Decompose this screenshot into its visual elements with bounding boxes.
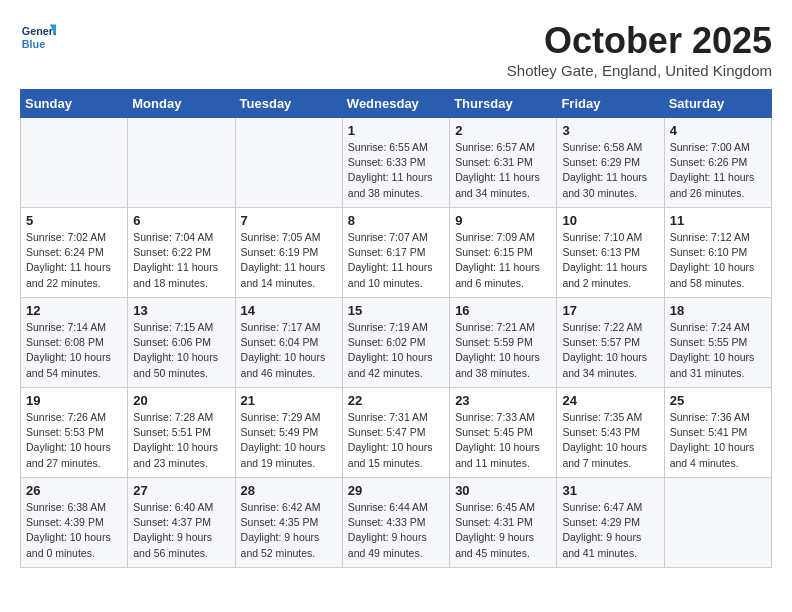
day-number: 27 — [133, 483, 229, 498]
location-subtitle: Shotley Gate, England, United Kingdom — [507, 62, 772, 79]
day-number: 3 — [562, 123, 658, 138]
calendar-cell: 11Sunrise: 7:12 AM Sunset: 6:10 PM Dayli… — [664, 208, 771, 298]
day-number: 16 — [455, 303, 551, 318]
calendar-cell: 29Sunrise: 6:44 AM Sunset: 4:33 PM Dayli… — [342, 478, 449, 568]
day-info: Sunrise: 7:15 AM Sunset: 6:06 PM Dayligh… — [133, 320, 229, 381]
calendar-cell — [21, 118, 128, 208]
day-header-thursday: Thursday — [450, 90, 557, 118]
day-number: 5 — [26, 213, 122, 228]
day-info: Sunrise: 7:00 AM Sunset: 6:26 PM Dayligh… — [670, 140, 766, 201]
calendar-cell: 16Sunrise: 7:21 AM Sunset: 5:59 PM Dayli… — [450, 298, 557, 388]
day-info: Sunrise: 6:40 AM Sunset: 4:37 PM Dayligh… — [133, 500, 229, 561]
day-info: Sunrise: 7:22 AM Sunset: 5:57 PM Dayligh… — [562, 320, 658, 381]
day-info: Sunrise: 7:33 AM Sunset: 5:45 PM Dayligh… — [455, 410, 551, 471]
day-number: 19 — [26, 393, 122, 408]
day-info: Sunrise: 7:17 AM Sunset: 6:04 PM Dayligh… — [241, 320, 337, 381]
day-number: 9 — [455, 213, 551, 228]
calendar-week-row: 5Sunrise: 7:02 AM Sunset: 6:24 PM Daylig… — [21, 208, 772, 298]
day-number: 28 — [241, 483, 337, 498]
day-info: Sunrise: 6:44 AM Sunset: 4:33 PM Dayligh… — [348, 500, 444, 561]
day-info: Sunrise: 7:02 AM Sunset: 6:24 PM Dayligh… — [26, 230, 122, 291]
day-info: Sunrise: 7:21 AM Sunset: 5:59 PM Dayligh… — [455, 320, 551, 381]
day-number: 17 — [562, 303, 658, 318]
calendar-cell: 10Sunrise: 7:10 AM Sunset: 6:13 PM Dayli… — [557, 208, 664, 298]
day-info: Sunrise: 7:09 AM Sunset: 6:15 PM Dayligh… — [455, 230, 551, 291]
day-number: 4 — [670, 123, 766, 138]
calendar-cell: 27Sunrise: 6:40 AM Sunset: 4:37 PM Dayli… — [128, 478, 235, 568]
calendar-cell: 9Sunrise: 7:09 AM Sunset: 6:15 PM Daylig… — [450, 208, 557, 298]
calendar-cell: 3Sunrise: 6:58 AM Sunset: 6:29 PM Daylig… — [557, 118, 664, 208]
day-header-wednesday: Wednesday — [342, 90, 449, 118]
day-number: 6 — [133, 213, 229, 228]
calendar-cell: 7Sunrise: 7:05 AM Sunset: 6:19 PM Daylig… — [235, 208, 342, 298]
calendar-week-row: 19Sunrise: 7:26 AM Sunset: 5:53 PM Dayli… — [21, 388, 772, 478]
svg-text:Blue: Blue — [22, 38, 45, 50]
day-number: 20 — [133, 393, 229, 408]
day-info: Sunrise: 7:05 AM Sunset: 6:19 PM Dayligh… — [241, 230, 337, 291]
day-number: 29 — [348, 483, 444, 498]
day-number: 26 — [26, 483, 122, 498]
day-header-monday: Monday — [128, 90, 235, 118]
day-info: Sunrise: 7:04 AM Sunset: 6:22 PM Dayligh… — [133, 230, 229, 291]
day-number: 22 — [348, 393, 444, 408]
day-header-sunday: Sunday — [21, 90, 128, 118]
calendar-cell: 31Sunrise: 6:47 AM Sunset: 4:29 PM Dayli… — [557, 478, 664, 568]
day-info: Sunrise: 7:28 AM Sunset: 5:51 PM Dayligh… — [133, 410, 229, 471]
day-info: Sunrise: 7:31 AM Sunset: 5:47 PM Dayligh… — [348, 410, 444, 471]
day-number: 30 — [455, 483, 551, 498]
calendar-cell: 22Sunrise: 7:31 AM Sunset: 5:47 PM Dayli… — [342, 388, 449, 478]
day-info: Sunrise: 6:58 AM Sunset: 6:29 PM Dayligh… — [562, 140, 658, 201]
day-number: 2 — [455, 123, 551, 138]
calendar-cell: 14Sunrise: 7:17 AM Sunset: 6:04 PM Dayli… — [235, 298, 342, 388]
day-number: 7 — [241, 213, 337, 228]
calendar-cell: 5Sunrise: 7:02 AM Sunset: 6:24 PM Daylig… — [21, 208, 128, 298]
page-header: General Blue October 2025 Shotley Gate, … — [20, 20, 772, 79]
day-number: 15 — [348, 303, 444, 318]
calendar-cell: 17Sunrise: 7:22 AM Sunset: 5:57 PM Dayli… — [557, 298, 664, 388]
calendar-week-row: 26Sunrise: 6:38 AM Sunset: 4:39 PM Dayli… — [21, 478, 772, 568]
calendar-cell: 20Sunrise: 7:28 AM Sunset: 5:51 PM Dayli… — [128, 388, 235, 478]
day-info: Sunrise: 6:45 AM Sunset: 4:31 PM Dayligh… — [455, 500, 551, 561]
day-number: 1 — [348, 123, 444, 138]
day-number: 10 — [562, 213, 658, 228]
title-block: October 2025 Shotley Gate, England, Unit… — [507, 20, 772, 79]
day-info: Sunrise: 7:26 AM Sunset: 5:53 PM Dayligh… — [26, 410, 122, 471]
day-number: 24 — [562, 393, 658, 408]
day-number: 18 — [670, 303, 766, 318]
day-info: Sunrise: 7:24 AM Sunset: 5:55 PM Dayligh… — [670, 320, 766, 381]
day-info: Sunrise: 7:19 AM Sunset: 6:02 PM Dayligh… — [348, 320, 444, 381]
calendar-cell — [235, 118, 342, 208]
svg-text:General: General — [22, 25, 56, 37]
day-info: Sunrise: 6:42 AM Sunset: 4:35 PM Dayligh… — [241, 500, 337, 561]
calendar-cell: 28Sunrise: 6:42 AM Sunset: 4:35 PM Dayli… — [235, 478, 342, 568]
calendar-cell: 30Sunrise: 6:45 AM Sunset: 4:31 PM Dayli… — [450, 478, 557, 568]
day-info: Sunrise: 7:29 AM Sunset: 5:49 PM Dayligh… — [241, 410, 337, 471]
calendar-cell: 18Sunrise: 7:24 AM Sunset: 5:55 PM Dayli… — [664, 298, 771, 388]
day-number: 21 — [241, 393, 337, 408]
logo-icon: General Blue — [20, 20, 56, 56]
day-header-friday: Friday — [557, 90, 664, 118]
days-header-row: SundayMondayTuesdayWednesdayThursdayFrid… — [21, 90, 772, 118]
day-number: 12 — [26, 303, 122, 318]
day-header-tuesday: Tuesday — [235, 90, 342, 118]
day-header-saturday: Saturday — [664, 90, 771, 118]
day-number: 8 — [348, 213, 444, 228]
calendar-cell: 2Sunrise: 6:57 AM Sunset: 6:31 PM Daylig… — [450, 118, 557, 208]
calendar-cell: 1Sunrise: 6:55 AM Sunset: 6:33 PM Daylig… — [342, 118, 449, 208]
calendar-cell: 19Sunrise: 7:26 AM Sunset: 5:53 PM Dayli… — [21, 388, 128, 478]
calendar-cell: 15Sunrise: 7:19 AM Sunset: 6:02 PM Dayli… — [342, 298, 449, 388]
calendar-cell: 25Sunrise: 7:36 AM Sunset: 5:41 PM Dayli… — [664, 388, 771, 478]
day-number: 13 — [133, 303, 229, 318]
calendar-cell: 4Sunrise: 7:00 AM Sunset: 6:26 PM Daylig… — [664, 118, 771, 208]
calendar-week-row: 12Sunrise: 7:14 AM Sunset: 6:08 PM Dayli… — [21, 298, 772, 388]
day-info: Sunrise: 7:14 AM Sunset: 6:08 PM Dayligh… — [26, 320, 122, 381]
day-info: Sunrise: 6:55 AM Sunset: 6:33 PM Dayligh… — [348, 140, 444, 201]
calendar-cell: 8Sunrise: 7:07 AM Sunset: 6:17 PM Daylig… — [342, 208, 449, 298]
calendar-cell: 21Sunrise: 7:29 AM Sunset: 5:49 PM Dayli… — [235, 388, 342, 478]
calendar-cell — [128, 118, 235, 208]
day-info: Sunrise: 7:10 AM Sunset: 6:13 PM Dayligh… — [562, 230, 658, 291]
day-number: 31 — [562, 483, 658, 498]
day-number: 11 — [670, 213, 766, 228]
calendar-cell: 23Sunrise: 7:33 AM Sunset: 5:45 PM Dayli… — [450, 388, 557, 478]
calendar-cell: 13Sunrise: 7:15 AM Sunset: 6:06 PM Dayli… — [128, 298, 235, 388]
